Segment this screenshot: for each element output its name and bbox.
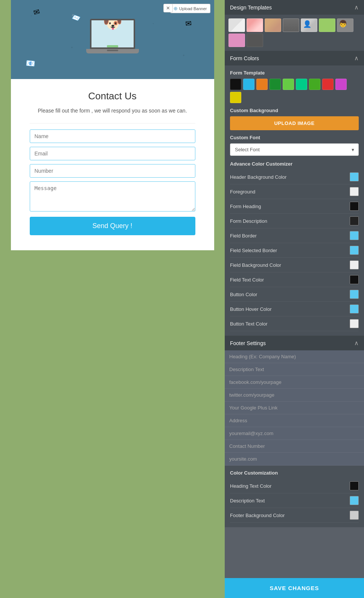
form-description: Please fill out the form , we will respo… xyxy=(30,107,195,115)
footer-section-body: Color Customization Heading Text Color D… xyxy=(225,350,364,527)
footer-bg-color-picker[interactable] xyxy=(350,511,359,520)
color-row-field-text: Field Text Color xyxy=(230,272,359,287)
save-changes-button[interactable]: SAVE CHANGES xyxy=(225,578,364,598)
form-colors-body: Form Template Custom Background UPLOAD I… xyxy=(225,65,364,336)
color-row-form-desc: Form Description xyxy=(230,214,359,228)
color-swatch-orange[interactable] xyxy=(256,79,268,90)
color-row-field-border: Field Border xyxy=(230,228,359,243)
font-select-wrapper: Select Font Arial Georgia Verdana Times … xyxy=(230,143,359,156)
color-swatch-green-dark[interactable] xyxy=(270,79,281,90)
upload-banner-button[interactable]: ⊕ Upload Banner xyxy=(170,4,210,13)
templates-container: 👤 👦 xyxy=(225,15,364,51)
template-swatch-2[interactable] xyxy=(247,18,263,32)
template-swatch-4[interactable] xyxy=(283,18,299,32)
header-bg-color-picker[interactable] xyxy=(350,172,359,181)
name-input[interactable] xyxy=(30,129,195,143)
design-templates-section: Design Templates ∧ 👤 👦 xyxy=(225,0,364,51)
button-text-color-picker[interactable] xyxy=(350,319,359,328)
template-swatch-3[interactable] xyxy=(265,18,281,32)
color-row-button-color: Button Color xyxy=(230,287,359,302)
banner-area: ✉ ✉ ✉ 📧 📨 🐶 ⊕ Upload Banner ✕ xyxy=(11,0,214,79)
button-text-color-label: Button Text Color xyxy=(230,321,267,327)
color-swatch-red[interactable] xyxy=(322,79,334,90)
button-color-picker[interactable] xyxy=(350,290,359,299)
footer-description-color-row: Description Text xyxy=(230,493,359,508)
footer-description-color-picker[interactable] xyxy=(350,496,359,505)
foreground-label: Foreground xyxy=(230,189,255,195)
color-row-foreground: Foreground xyxy=(230,184,359,199)
template-swatch-1[interactable] xyxy=(228,18,245,32)
font-select[interactable]: Select Font Arial Georgia Verdana Times … xyxy=(230,143,359,156)
button-hover-color-picker[interactable] xyxy=(350,304,359,313)
template-swatch-5[interactable]: 👤 xyxy=(301,18,317,32)
design-templates-chevron[interactable]: ∧ xyxy=(354,4,359,11)
color-swatch-green-mid[interactable] xyxy=(283,79,294,90)
color-row-header-bg: Header Background Color xyxy=(230,170,359,184)
footer-heading-input[interactable] xyxy=(225,350,364,363)
footer-website-input[interactable] xyxy=(225,453,364,466)
number-input[interactable] xyxy=(30,164,195,178)
email-input[interactable] xyxy=(30,147,195,160)
footer-settings-chevron[interactable]: ∧ xyxy=(354,339,359,347)
button-hover-color-label: Button Hover Color xyxy=(230,306,272,312)
footer-heading-text-picker[interactable] xyxy=(350,481,359,490)
laptop-base xyxy=(86,49,139,53)
footer-heading-text-color-row: Heading Text Color xyxy=(230,479,359,493)
color-swatch-blue[interactable] xyxy=(243,79,254,90)
footer-twitter-input[interactable] xyxy=(225,389,364,402)
color-row-field-selected: Field Selected Border xyxy=(230,243,359,258)
footer-bg-color-row: Footer Background Color xyxy=(230,508,359,523)
footer-description-input[interactable] xyxy=(225,363,364,376)
footer-facebook-input[interactable] xyxy=(225,376,364,389)
message-textarea[interactable] xyxy=(30,181,195,212)
form-colors-header: Form Colors ∧ xyxy=(225,51,364,65)
submit-button[interactable]: Send Query ! xyxy=(30,217,195,235)
color-swatch-purple[interactable] xyxy=(335,79,347,90)
form-desc-color-label: Form Description xyxy=(230,218,267,224)
field-bg-color-picker[interactable] xyxy=(350,260,359,269)
color-swatch-green-light[interactable] xyxy=(309,79,320,90)
field-selected-border-picker[interactable] xyxy=(350,246,359,255)
color-row-form-heading: Form Heading xyxy=(230,199,359,214)
footer-settings-title: Footer Settings xyxy=(230,340,266,346)
footer-description-text-label: Description Text xyxy=(230,498,265,504)
color-row-field-bg: Field Background Color xyxy=(230,258,359,272)
form-card: Contact Us Please fill out the form , we… xyxy=(11,79,214,250)
template-swatch-8[interactable] xyxy=(228,33,245,47)
footer-email-input[interactable] xyxy=(225,427,364,440)
color-swatch-black[interactable] xyxy=(230,79,241,90)
form-heading-label: Form Heading xyxy=(230,204,261,209)
form-desc-color-picker[interactable] xyxy=(350,216,359,225)
form-heading-color-picker[interactable] xyxy=(350,202,359,211)
template-swatch-6[interactable] xyxy=(319,18,335,32)
template-swatch-7[interactable]: 👦 xyxy=(337,18,353,32)
left-panel: ✉ ✉ ✉ 📧 📨 🐶 ⊕ Upload Banner ✕ Contact Us… xyxy=(0,0,225,598)
footer-contact-input[interactable] xyxy=(225,440,364,453)
custom-bg-label: Custom Background xyxy=(230,108,359,113)
template-swatch-9[interactable] xyxy=(247,33,263,47)
upload-image-button[interactable]: UPLOAD IMAGE xyxy=(230,116,359,130)
upload-banner-label: Upload Banner xyxy=(179,6,207,11)
right-panel: Design Templates ∧ 👤 👦 xyxy=(225,0,364,598)
footer-heading-text-label: Heading Text Color xyxy=(230,483,271,489)
form-colors-title: Form Colors xyxy=(230,55,259,61)
form-colors-chevron[interactable]: ∧ xyxy=(354,55,359,62)
form-title: Contact Us xyxy=(30,90,195,102)
field-text-color-picker[interactable] xyxy=(350,275,359,284)
field-border-color-picker[interactable] xyxy=(350,231,359,240)
color-row-button-hover: Button Hover Color xyxy=(230,302,359,316)
color-swatch-teal[interactable] xyxy=(296,79,307,90)
footer-google-plus-input[interactable] xyxy=(225,402,364,414)
advance-color-label: Advance Color Customizer xyxy=(230,161,359,167)
footer-address-input[interactable] xyxy=(225,414,364,427)
field-selected-border-label: Field Selected Border xyxy=(230,248,277,253)
foreground-color-picker[interactable] xyxy=(350,187,359,196)
color-swatch-yellow[interactable] xyxy=(230,92,241,103)
close-banner-button[interactable]: ✕ xyxy=(163,4,173,12)
footer-color-section: Color Customization Heading Text Color D… xyxy=(225,466,364,527)
laptop-graphic: 🐶 xyxy=(82,19,143,60)
color-row-button-text: Button Text Color xyxy=(230,316,359,331)
form-colors-section: Form Colors ∧ Form Template Custom Backg… xyxy=(225,51,364,336)
design-templates-title: Design Templates xyxy=(230,5,272,11)
custom-font-label: Custom Font xyxy=(230,135,359,140)
